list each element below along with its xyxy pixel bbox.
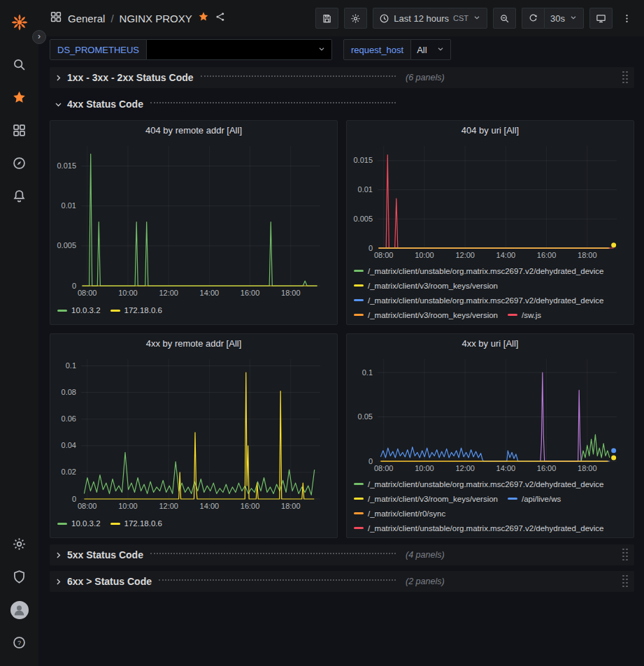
legend-item[interactable]: /_matrix/client/r0/sync [354,509,445,518]
chevron-down-icon [473,13,481,24]
row-drag-handle[interactable] [622,549,629,562]
svg-text:0.1: 0.1 [66,361,76,370]
refresh-button[interactable] [522,8,544,29]
panel-4xx-by-uri: 4xx by uri [All] 00.050.108:0010:0012:00… [346,333,634,538]
dashboard-title[interactable]: NGINX PROXY [120,13,192,24]
svg-text:0.05: 0.05 [358,412,373,421]
save-dashboard-button[interactable] [315,8,338,29]
legend-item[interactable]: /_matrix/client/v3/room_keys/version [354,495,498,503]
kiosk-mode-button[interactable] [589,8,613,29]
row-5xx[interactable]: 5xx Status Code (4 panels) [50,544,634,565]
row-6xx[interactable]: 6xx > Status Code (2 panels) [50,571,634,592]
timeseries-chart[interactable]: 00.050.108:0010:0012:0014:0016:0018:00 [348,352,624,475]
svg-text:18:00: 18:00 [281,502,301,510]
legend-item[interactable]: /_matrix/client/v3/room_keys/version [354,311,498,319]
more-menu-button[interactable] [618,8,636,29]
svg-text:12:00: 12:00 [159,289,178,297]
variable-request-host-dropdown[interactable]: All [411,39,451,60]
nav-sidebar: ? [0,0,38,666]
help-icon[interactable]: ? [0,626,38,659]
share-dashboard-icon[interactable] [215,11,226,25]
legend-item[interactable]: /sw.js [508,311,541,319]
settings-gear-icon[interactable] [0,528,38,560]
timeseries-chart[interactable]: 00.0050.010.01508:0010:0012:0014:0016:00… [52,139,327,300]
row-panel-count: (6 panels) [406,73,445,82]
server-admin-shield-icon[interactable] [0,560,38,593]
breadcrumb-folder[interactable]: General [68,13,105,24]
svg-text:08:00: 08:00 [374,251,394,259]
svg-text:0: 0 [368,457,373,465]
save-icon [322,13,332,24]
svg-text:0.005: 0.005 [57,241,76,249]
legend-item[interactable]: /_matrix/client/unstable/org.matrix.msc2… [354,296,604,305]
panel-title[interactable]: 4xx by uri [All] [347,334,634,352]
legend-item[interactable]: /_matrix/client/unstable/org.matrix.msc2… [354,267,604,275]
timeseries-chart[interactable]: 00.0050.010.01508:0010:0012:0014:0016:00… [348,139,624,262]
kebab-menu-icon [622,13,632,24]
panel-title[interactable]: 4xx by remote addr [All] [50,334,337,352]
row-title: 4xx Status Code [67,99,143,110]
row-title: 1xx - 3xx - 2xx Status Code [67,72,194,83]
legend-item[interactable]: /_matrix/client/v3/room_keys/version [354,282,498,290]
explore-compass-icon[interactable] [0,147,38,180]
main-area: General / NGINX PROXY L [38,0,644,666]
row-drag-handle[interactable] [622,71,629,85]
svg-text:08:00: 08:00 [374,464,394,472]
chevron-right-icon [54,551,63,560]
svg-text:12:00: 12:00 [159,502,178,510]
time-range-picker[interactable]: Last 12 hours CST [373,8,487,29]
svg-text:10:00: 10:00 [415,464,434,472]
legend-item[interactable]: 10.0.3.2 [57,306,101,314]
timeseries-chart[interactable]: 00.020.040.060.080.108:0010:0012:0014:00… [52,352,327,513]
legend-item[interactable]: /_matrix/client/unstable/org.matrix.msc2… [354,524,604,533]
time-range-label: Last 12 hours [394,13,449,24]
grafana-app: ? › General / NGINX PROXY [0,0,644,666]
nav-bottom: ? [0,528,38,659]
panel-title[interactable]: 404 by uri [All] [347,121,634,139]
legend-item[interactable]: 10.0.3.2 [57,519,101,528]
refresh-interval-picker[interactable]: 30s [544,8,584,29]
variable-request-host-label[interactable]: request_host [343,39,411,60]
panel-title[interactable]: 404 by remote addr [All] [50,121,337,139]
svg-text:0.04: 0.04 [62,441,76,449]
refresh-interval-label: 30s [550,13,565,24]
row-1xx-3xx-2xx[interactable]: 1xx - 3xx - 2xx Status Code (6 panels) [50,67,634,88]
sidebar-expand-button[interactable]: › [32,30,46,44]
legend-item[interactable]: /api/live/ws [508,495,561,503]
svg-text:18:00: 18:00 [578,251,597,259]
legend-item[interactable]: 172.18.0.6 [110,519,162,528]
alerting-bell-icon[interactable] [0,180,38,212]
search-icon[interactable] [0,48,38,81]
variable-ds-label[interactable]: DS_PROMETHEUS [50,39,147,60]
svg-text:16:00: 16:00 [537,251,557,259]
svg-text:?: ? [17,639,21,646]
legend-item[interactable]: /_matrix/client/unstable/org.matrix.msc2… [354,480,604,488]
svg-text:18:00: 18:00 [578,464,597,472]
dashboards-icon[interactable] [0,114,38,147]
apps-grid-icon [50,10,62,26]
refresh-group: 30s [522,8,584,29]
chevron-down-icon [569,13,578,24]
row-4xx[interactable]: 4xx Status Code [50,94,634,115]
panel-4xx-by-remote-addr: 4xx by remote addr [All] 00.020.040.060.… [50,333,338,538]
toolbar-actions: Last 12 hours CST 30s [315,8,636,29]
svg-text:0.06: 0.06 [62,414,76,423]
zoom-out-button[interactable] [493,8,516,29]
panel-legend: /_matrix/client/unstable/org.matrix.msc2… [347,475,634,537]
panel-legend: 10.0.3.2172.18.0.6 [50,513,337,534]
variable-request-host-value: All [417,45,427,55]
svg-text:0.005: 0.005 [353,215,373,223]
svg-text:14:00: 14:00 [496,251,516,259]
svg-text:0.015: 0.015 [57,161,76,170]
variable-ds-value-dropdown[interactable] [147,39,332,60]
svg-text:0.08: 0.08 [62,388,76,396]
dashboard-settings-button[interactable] [344,8,367,29]
svg-text:10:00: 10:00 [415,251,434,259]
starred-icon[interactable] [0,81,38,114]
row-drag-handle[interactable] [622,575,629,588]
user-avatar[interactable] [0,593,38,626]
star-dashboard-icon[interactable] [198,11,209,25]
monitor-icon [596,13,606,24]
legend-item[interactable]: 172.18.0.6 [110,306,162,314]
svg-text:16:00: 16:00 [537,464,557,472]
